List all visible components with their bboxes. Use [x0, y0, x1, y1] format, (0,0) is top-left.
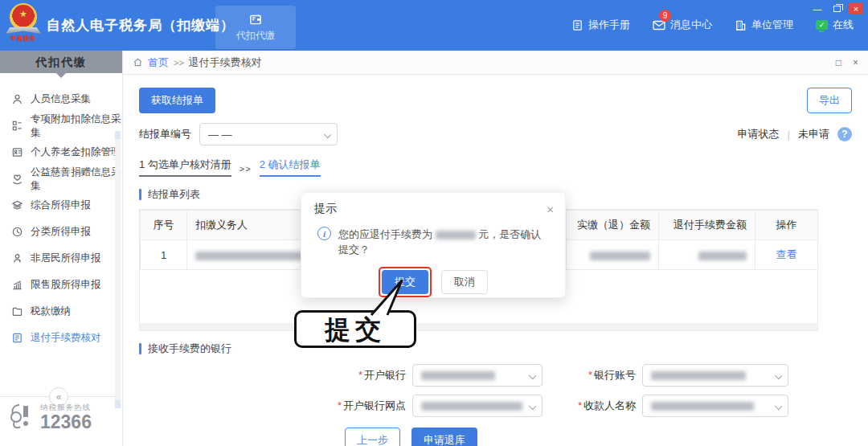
- sidebar-item-label: 限售股所得申报: [31, 278, 101, 292]
- sidebar-scrollbar[interactable]: [115, 131, 121, 408]
- bank-label: *开户银行: [290, 368, 412, 383]
- chevron-down-icon: [775, 403, 782, 410]
- chevron-down-icon: [775, 372, 782, 379]
- tax-bureau-logo: 中国税务: [4, 3, 43, 48]
- submit-callout-label: 提交: [325, 317, 386, 342]
- sidebar-item-label: 退付手续费核对: [31, 331, 101, 345]
- required-mark: *: [358, 369, 362, 381]
- sidebar-item-special-deduction[interactable]: 专项附加扣除信息采集: [0, 113, 122, 139]
- panel-controls: □ ×: [836, 57, 858, 68]
- hotline-logo: 纳税服务热线 12366: [8, 403, 92, 432]
- bank-section-title: 接收手续费的银行: [139, 342, 852, 356]
- nav-manual-label: 操作手册: [588, 18, 630, 32]
- col-action: 操作: [755, 211, 818, 240]
- hotline-number: 12366: [40, 413, 92, 432]
- sidebar-item-classified-income[interactable]: 分类所得申报: [0, 219, 122, 245]
- step-separator: >>: [240, 164, 252, 177]
- callout-tail-icon: [363, 276, 413, 317]
- section-accent-bar: [139, 189, 141, 200]
- header-nav: 操作手册 9 消息中心 单位管理 ✓ 在线: [571, 18, 854, 32]
- step-indicator: 1 勾选单户核对清册 >> 2 确认结报单: [139, 158, 852, 177]
- bank-value-redacted: [421, 371, 495, 380]
- pie-chart-icon: [11, 226, 23, 238]
- nav-message-center[interactable]: 9 消息中心: [653, 18, 712, 32]
- online-status-icon: ✓: [816, 20, 828, 30]
- panel-close-icon[interactable]: ×: [853, 57, 858, 68]
- payee-select[interactable]: [642, 395, 788, 417]
- restore-button[interactable]: [829, 2, 844, 14]
- sidebar-item-comprehensive-income[interactable]: 综合所得申报: [0, 192, 122, 219]
- sidebar-item-pension-deduction[interactable]: 个人养老金扣除管理: [0, 139, 122, 166]
- bill-no-select[interactable]: — —: [199, 123, 338, 145]
- branch-select[interactable]: [412, 395, 542, 417]
- fetch-statement-button[interactable]: 获取结报单: [139, 88, 215, 113]
- layers-icon: [11, 199, 23, 211]
- previous-step-button[interactable]: 上一步: [345, 428, 400, 446]
- chevron-down-icon: [529, 372, 536, 379]
- help-icon[interactable]: ?: [837, 127, 852, 141]
- sidebar-item-refund-fee-check[interactable]: 退付手续费核对: [0, 325, 122, 351]
- dialog-message: 您的应退付手续费为 元，是否确认提交？: [338, 227, 551, 257]
- restore-icon: [833, 6, 841, 12]
- step-2[interactable]: 2 确认结报单: [260, 158, 321, 177]
- sidebar-menu: 人员信息采集 专项附加扣除信息采集 个人养老金扣除管理 公益慈善捐赠信息采集 综…: [0, 73, 122, 351]
- nav-online-status[interactable]: ✓ 在线: [816, 18, 854, 32]
- section-accent-bar: [139, 343, 141, 354]
- sidebar-item-personnel-info[interactable]: 人员信息采集: [0, 86, 122, 113]
- tab-withholding[interactable]: 代扣代缴: [215, 6, 296, 49]
- bank-select[interactable]: [412, 364, 542, 387]
- close-button[interactable]: ×: [849, 2, 863, 14]
- nav-unit-management[interactable]: 单位管理: [735, 18, 793, 32]
- home-icon[interactable]: [133, 57, 143, 68]
- sidebar-item-nonresident-income[interactable]: 非居民所得申报: [0, 245, 122, 272]
- minimize-button[interactable]: —: [810, 2, 825, 14]
- sidebar-item-tax-payment[interactable]: 税款缴纳: [0, 298, 122, 325]
- bill-no-value: — —: [208, 129, 232, 141]
- breadcrumb: 首页 >> 退付手续费核对 □ ×: [123, 51, 868, 75]
- view-link[interactable]: 查看: [776, 248, 797, 260]
- sidebar-item-charity-donation[interactable]: 公益慈善捐赠信息采集: [0, 166, 122, 192]
- nav-manual[interactable]: 操作手册: [571, 18, 630, 32]
- message-count-badge: 9: [659, 10, 671, 22]
- tab-withholding-label: 代扣代缴: [236, 29, 275, 43]
- account-select[interactable]: [642, 364, 788, 387]
- dialog-close-icon[interactable]: ×: [547, 203, 554, 215]
- wallet-icon: [248, 12, 263, 27]
- row-fee-redacted: [659, 240, 755, 270]
- headset-icon: [8, 403, 35, 432]
- bill-no-label: 结报单编号: [139, 127, 191, 141]
- export-button[interactable]: 导出: [807, 88, 852, 113]
- breadcrumb-separator: >>: [174, 58, 184, 68]
- sidebar-item-label: 专项附加扣除信息采集: [31, 113, 122, 140]
- account-label: *银行账号: [562, 368, 642, 383]
- sidebar-item-label: 综合所得申报: [31, 198, 91, 212]
- horizontal-scrollbar[interactable]: [140, 323, 817, 330]
- info-icon: i: [317, 227, 331, 240]
- row-paid-refund-redacted: [567, 240, 659, 270]
- dialog-title: 提示: [314, 202, 337, 216]
- sidebar-item-label: 公益慈善捐赠信息采集: [31, 166, 122, 193]
- required-mark: *: [338, 399, 342, 411]
- document-check-icon: [11, 332, 23, 344]
- sidebar-header: 代扣代缴: [0, 51, 122, 73]
- document-icon: [571, 19, 583, 31]
- statement-list-title: 结报单列表: [148, 187, 200, 202]
- sidebar: 代扣代缴 人员信息采集 专项附加扣除信息采集 个人养老金扣除管理 公益慈善捐赠信…: [0, 51, 123, 446]
- cancel-button[interactable]: 取消: [441, 270, 488, 294]
- step-1[interactable]: 1 勾选单户核对清册: [139, 158, 231, 177]
- logo-caption: 中国税务: [10, 35, 36, 43]
- sidebar-item-restricted-stock[interactable]: 限售股所得申报: [0, 272, 122, 298]
- panel-maximize-icon[interactable]: □: [836, 57, 841, 68]
- folder-icon: [11, 305, 23, 317]
- person-icon: [11, 93, 23, 105]
- app-header: 中国税务 自然人电子税务局（扣缴端） 代扣代缴 操作手册 9 消息中心: [0, 0, 868, 51]
- sidebar-item-label: 分类所得申报: [31, 225, 91, 239]
- sidebar-item-label: 非居民所得申报: [31, 252, 101, 265]
- dialog-message-prefix: 您的应退付手续费为: [338, 228, 432, 240]
- apply-refund-button[interactable]: 申请退库: [411, 428, 477, 446]
- window-controls: — ×: [810, 2, 863, 14]
- col-fee-amount: 退付手续费金额: [659, 211, 755, 240]
- fee-amount-redacted: [436, 231, 476, 239]
- breadcrumb-home-link[interactable]: 首页: [148, 55, 169, 70]
- heart-hands-icon: [11, 173, 23, 185]
